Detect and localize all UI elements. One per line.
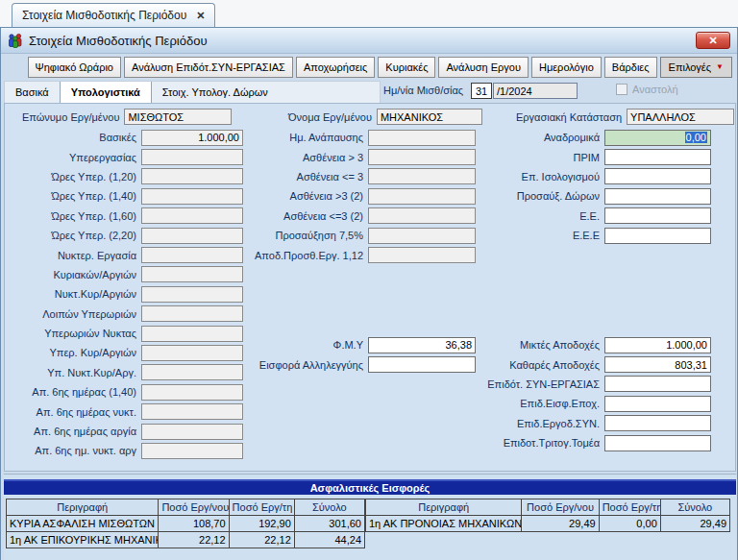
text-field[interactable] <box>141 266 243 282</box>
text-field[interactable] <box>604 149 711 165</box>
column-header: Περιγραφή <box>366 499 522 516</box>
calendar-button[interactable]: Ημερολόγιο <box>531 57 602 78</box>
field-label: Απ. 6ης ημ. νυκτ. αργ <box>9 445 141 456</box>
text-field[interactable]: 36,38 <box>368 337 476 353</box>
shifts-button[interactable]: Βάρδιες <box>604 57 657 78</box>
form-row: Προσαύξηση 7,5% <box>251 226 476 245</box>
form-row: Υπερωριών Νυκτας <box>9 324 243 343</box>
field-label: Υπερωριών Νυκτας <box>9 328 141 339</box>
text-field[interactable] <box>141 424 243 440</box>
extras-column: Αναδρομικά0,00ΠΡΙΜΕπ. ΙσολογισμούΠροσαύξ… <box>472 128 711 245</box>
text-field[interactable]: 1.000,00 <box>604 337 711 353</box>
text-field[interactable] <box>368 207 476 224</box>
table-row[interactable]: ΚΥΡΙΑ ΑΣΦΑΛΙΣΗ ΜΙΣΘΩΤΩΝ ΜΗ108,70192,9030… <box>7 516 365 532</box>
text-field[interactable] <box>604 376 711 392</box>
text-field[interactable] <box>141 188 243 205</box>
field-label: Όνομα Εργ/μένου <box>288 111 377 123</box>
window-close-button[interactable]: ✕ <box>696 32 730 49</box>
text-field[interactable] <box>368 149 476 165</box>
tab-gift-calculations[interactable]: Στοιχ. Υπολογ. Δώρων <box>152 82 279 103</box>
table-cell: 1η ΑΚ ΠΡΟΝΟΙΑΣ ΜΗΧΑΝΙΚΩΝ <box>366 516 522 532</box>
column-header: Περιγραφή <box>7 499 159 516</box>
field-label: Ώρες Υπερ. (1,20) <box>9 171 141 183</box>
document-tabstrip: Στοιχεία Μισθοδοτικής Περιόδου ✕ <box>0 0 738 27</box>
text-field[interactable] <box>604 435 711 451</box>
text-field[interactable] <box>141 384 243 401</box>
form-row: Αναδρομικά0,00 <box>472 128 711 147</box>
text-field[interactable] <box>141 443 243 459</box>
text-field[interactable]: 1.000,00 <box>141 130 243 146</box>
text-field[interactable] <box>141 286 243 303</box>
sundays-button[interactable]: Κυριακές <box>378 57 435 78</box>
form-row: Εισφορά Αλληλεγγύης <box>251 354 476 374</box>
form-row: Ασθένεια <= 3 <box>251 167 476 186</box>
table-row[interactable]: 1η ΑΚ ΠΡΟΝΟΙΑΣ ΜΗΧΑΝΙΚΩΝ29,490,0029,49 <box>366 516 730 532</box>
text-field[interactable] <box>141 326 243 342</box>
tab-calculations[interactable]: Υπολογιστικά <box>60 82 152 103</box>
field-label: Επώνυμο Εργ/μένου <box>22 111 124 123</box>
text-field[interactable]: 0,00 <box>604 130 711 146</box>
form-row: Ώρες Υπερ. (2,20) <box>9 226 243 245</box>
pay-date-rest-input[interactable]: /1/2024 <box>493 83 578 99</box>
text-field[interactable] <box>368 188 476 205</box>
field-label: Απ. 6ης ημέρας αργία <box>9 426 141 437</box>
table-cell: ΚΥΡΙΑ ΑΣΦΑΛΙΣΗ ΜΙΣΘΩΤΩΝ ΜΗ <box>7 516 159 532</box>
text-field[interactable] <box>141 247 243 263</box>
field-label: Εργασιακή Κατάσταση <box>516 111 627 123</box>
text-field[interactable] <box>141 228 243 244</box>
options-menu-button[interactable]: Επιλογές ▼ <box>660 57 732 78</box>
field-label: Καθαρές Αποδοχές <box>472 359 604 371</box>
field-label: Νυκτερ. Εργασία <box>9 250 141 261</box>
text-field[interactable] <box>141 207 243 224</box>
page-tabstrip: ΒασικάΥπολογιστικάΣτοιχ. Υπολογ. Δώρων <box>4 81 381 103</box>
field-label: Αναδρομικά <box>472 132 604 143</box>
identity-pair: Εργασιακή ΚατάστασηΥΠΑΛΛΗΛΟΣ <box>516 109 734 125</box>
table-cell: 108,70 <box>159 516 229 532</box>
text-field[interactable] <box>141 345 243 361</box>
text-field[interactable] <box>368 247 476 263</box>
field-label: Προσαύξ. Δώρων <box>472 190 604 202</box>
text-field[interactable]: 803,31 <box>604 356 711 373</box>
syn-ergasia-analysis-button[interactable]: Ανάλυση Επιδότ.ΣΥΝ-ΕΡΓΑΣΙΑΣ <box>124 57 293 78</box>
document-tab[interactable]: Στοιχεία Μισθοδοτικής Περιόδου ✕ <box>12 3 215 27</box>
text-field[interactable] <box>604 188 711 205</box>
suspension-checkbox[interactable] <box>616 84 627 95</box>
text-field[interactable] <box>604 207 711 224</box>
text-field[interactable] <box>604 415 711 431</box>
field-label: Φ.Μ.Υ <box>251 339 368 351</box>
text-field[interactable] <box>368 168 476 184</box>
text-field[interactable] <box>141 168 243 184</box>
text-field[interactable] <box>368 228 476 244</box>
column-header: Ποσό Εργ/τη <box>229 499 294 516</box>
table-row[interactable]: 1η ΑΚ ΕΠΙΚΟΥΡΙΚΗΣ ΜΗΧΑΝΙΚΩ22,1222,1244,2… <box>7 532 365 548</box>
text-field[interactable]: ΜΗΧΑΝΙΚΟΣ <box>377 109 482 125</box>
text-field[interactable] <box>604 396 711 412</box>
text-field[interactable] <box>141 403 243 420</box>
people-icon <box>8 33 23 48</box>
document-tab-close-icon[interactable]: ✕ <box>196 10 205 22</box>
text-field[interactable]: ΜΙΣΘΩΤΟΣ <box>124 109 232 125</box>
form-row: Ώρες Υπερ. (1,60) <box>9 207 243 226</box>
text-field[interactable] <box>141 305 243 322</box>
text-field[interactable] <box>604 228 711 244</box>
column-header: Σύνολο <box>294 499 364 516</box>
field-label: Ώρες Υπερ. (1,40) <box>9 190 141 202</box>
form-row: Επιδότ. ΣΥΝ-ΕΡΓΑΣΙΑΣ <box>472 375 711 394</box>
tab-basics[interactable]: Βασικά <box>5 82 60 103</box>
project-analysis-button[interactable]: Ανάλυση Εργου <box>438 57 528 78</box>
text-field[interactable] <box>368 356 476 373</box>
departures-button[interactable]: Αποχωρήσεις <box>296 57 375 78</box>
field-label: Βασικές <box>9 132 141 143</box>
text-field[interactable] <box>141 364 243 380</box>
text-field[interactable]: ΥΠΑΛΛΗΛΟΣ <box>627 109 734 125</box>
field-label: ΠΡΙΜ <box>472 152 604 163</box>
digital-schedule-button[interactable]: Ψηφιακό Ωράριο <box>28 57 121 78</box>
field-label: Ασθένεια <= 3 <box>251 171 368 183</box>
pay-date-day-input[interactable]: 31 <box>471 83 492 99</box>
text-field[interactable] <box>368 130 476 146</box>
text-field[interactable] <box>604 168 711 184</box>
field-label: Ασθένεια >3 (2) <box>251 190 368 202</box>
field-label: Ώρες Υπερ. (1,60) <box>9 210 141 222</box>
text-field[interactable] <box>141 149 243 165</box>
tax-column: Φ.Μ.Υ36,38Εισφορά Αλληλεγγύης <box>251 335 476 375</box>
